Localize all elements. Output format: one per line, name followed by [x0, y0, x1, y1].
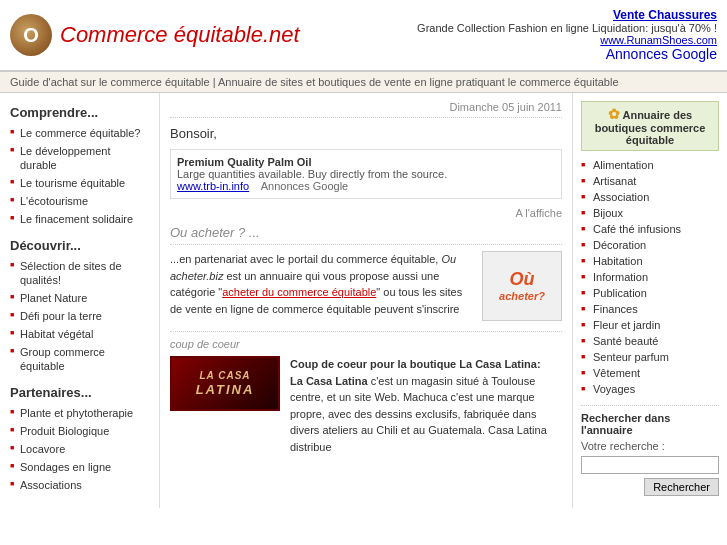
link-locavore[interactable]: Locavore [20, 443, 65, 455]
cat-information[interactable]: Information [593, 271, 648, 283]
link-sondages[interactable]: Sondages en ligne [20, 461, 111, 473]
search-input[interactable] [581, 456, 719, 474]
list-item[interactable]: Défi pour la terre [10, 307, 149, 325]
flower-icon: ✿ [608, 106, 620, 122]
search-title: Rechercher dans l'annuaire [581, 412, 719, 436]
cat-decoration[interactable]: Décoration [593, 239, 646, 251]
list-item[interactable]: Information [581, 269, 719, 285]
list-item[interactable]: Fleur et jardin [581, 317, 719, 333]
link-ecotourisme[interactable]: L'écotourisme [20, 195, 88, 207]
content-ad-desc: Large quantities available. Buy directly… [177, 168, 555, 180]
where-logo-text: Où acheter? [499, 269, 545, 304]
link-planet[interactable]: Planet Nature [20, 292, 87, 304]
content-ad-google: Annonces Google [261, 180, 348, 192]
list-item[interactable]: Planet Nature [10, 289, 149, 307]
cat-publication[interactable]: Publication [593, 287, 647, 299]
link-finacement[interactable]: Le finacement solidaire [20, 213, 133, 225]
link-commerce-equitable[interactable]: Le commerce équitable? [20, 127, 140, 139]
search-button[interactable]: Rechercher [644, 478, 719, 496]
where-text: ...en partenariat avec le portail du com… [170, 251, 472, 317]
link-group[interactable]: Group commerce équitable [20, 346, 105, 372]
logo-icon: O [10, 14, 52, 56]
where-logo: Où acheter? [482, 251, 562, 321]
list-item[interactable]: Le tourisme équitable [10, 174, 149, 192]
cat-voyages[interactable]: Voyages [593, 383, 635, 395]
cat-cafe[interactable]: Café thé infusions [593, 223, 681, 235]
casa-body: La Casa Latina c'est un magasin situé à … [290, 375, 547, 453]
ad-link[interactable]: www.RunamShoes.com [600, 34, 717, 46]
list-item[interactable]: Habitation [581, 253, 719, 269]
decouvrir-list: Sélection de sites de qualités! Planet N… [10, 257, 149, 375]
cat-association[interactable]: Association [593, 191, 649, 203]
link-selection[interactable]: Sélection de sites de qualités! [20, 260, 122, 286]
cat-artisanat[interactable]: Artisanat [593, 175, 636, 187]
cat-fleur[interactable]: Fleur et jardin [593, 319, 660, 331]
list-item[interactable]: Association [581, 189, 719, 205]
list-item[interactable]: Group commerce équitable [10, 343, 149, 375]
link-plante[interactable]: Plante et phytotherapie [20, 407, 133, 419]
list-item[interactable]: Le finacement solidaire [10, 210, 149, 228]
list-item[interactable]: Santé beauté [581, 333, 719, 349]
link-developpement[interactable]: Le développement durable [20, 145, 111, 171]
cat-sante[interactable]: Santé beauté [593, 335, 658, 347]
main-content: Dimanche 05 juin 2011 Bonsoir, Premium Q… [160, 93, 572, 508]
list-item[interactable]: Sondages en ligne [10, 458, 149, 476]
list-item[interactable]: Plante et phytotherapie [10, 404, 149, 422]
list-item[interactable]: Décoration [581, 237, 719, 253]
cat-vetement[interactable]: Vêtement [593, 367, 640, 379]
affiche-label: A l'affiche [170, 207, 562, 219]
list-item[interactable]: Bijoux [581, 205, 719, 221]
link-associations[interactable]: Associations [20, 479, 82, 491]
list-item[interactable]: Sélection de sites de qualités! [10, 257, 149, 289]
casa-banner: LA CASA LATINA [170, 356, 280, 411]
list-item[interactable]: Finances [581, 301, 719, 317]
cat-senteur[interactable]: Senteur parfum [593, 351, 669, 363]
content-ad-link[interactable]: www.trb-in.info [177, 180, 249, 192]
link-habitat[interactable]: Habitat végétal [20, 328, 93, 340]
where-section: Ou acheter ? ... ...en partenariat avec … [170, 225, 562, 321]
logo-area: O Commerce équitable.net [10, 14, 300, 56]
where-title: Ou acheter ? ... [170, 225, 562, 245]
section-title-partenaires: Partenaires... [10, 385, 149, 400]
list-item[interactable]: Café thé infusions [581, 221, 719, 237]
list-item[interactable]: Alimentation [581, 157, 719, 173]
categories-list: Alimentation Artisanat Association Bijou… [581, 157, 719, 397]
cat-finances[interactable]: Finances [593, 303, 638, 315]
left-sidebar: Comprendre... Le commerce équitable? Le … [0, 93, 160, 508]
cat-habitation[interactable]: Habitation [593, 255, 643, 267]
google-ads-label: Annonces Google [417, 46, 717, 62]
list-item[interactable]: Le développement durable [10, 142, 149, 174]
header: O Commerce équitable.net Vente Chaussure… [0, 0, 727, 71]
search-section: Rechercher dans l'annuaire Votre recherc… [581, 405, 719, 478]
list-item[interactable]: Le commerce équitable? [10, 124, 149, 142]
casa-banner-text: LA CASA LATINA [196, 369, 255, 399]
header-ad: Vente Chaussures Grande Collection Fashi… [417, 8, 717, 62]
list-item[interactable]: Publication [581, 285, 719, 301]
casa-text: Coup de coeur pour la boutique La Casa L… [290, 356, 562, 455]
comprendre-list: Le commerce équitable? Le développement … [10, 124, 149, 228]
cat-bijoux[interactable]: Bijoux [593, 207, 623, 219]
list-item[interactable]: Produit Biologique [10, 422, 149, 440]
ad-label-text: Annonces Google [606, 46, 717, 62]
casa-section: LA CASA LATINA Coup de coeur pour la bou… [170, 356, 562, 455]
list-item[interactable]: Artisanat [581, 173, 719, 189]
content-ad: Premium Quality Palm Oil Large quantitie… [170, 149, 562, 199]
list-item[interactable]: Vêtement [581, 365, 719, 381]
coup-label: coup de coeur [170, 331, 562, 350]
right-sidebar-title: ✿ Annuaire des boutiques commerce équita… [581, 101, 719, 151]
link-produit[interactable]: Produit Biologique [20, 425, 109, 437]
list-item[interactable]: Associations [10, 476, 149, 494]
main-layout: Comprendre... Le commerce équitable? Le … [0, 93, 727, 508]
cat-alimentation[interactable]: Alimentation [593, 159, 654, 171]
list-item[interactable]: Senteur parfum [581, 349, 719, 365]
link-tourisme[interactable]: Le tourisme équitable [20, 177, 125, 189]
navbar: Guide d'achat sur le commerce équitable … [0, 71, 727, 93]
list-item[interactable]: Voyages [581, 381, 719, 397]
link-defi[interactable]: Défi pour la terre [20, 310, 102, 322]
navbar-text: Guide d'achat sur le commerce équitable … [10, 76, 619, 88]
list-item[interactable]: L'écotourisme [10, 192, 149, 210]
list-item[interactable]: Habitat végétal [10, 325, 149, 343]
list-item[interactable]: Locavore [10, 440, 149, 458]
site-name: Commerce équitable [60, 22, 263, 47]
where-link[interactable]: acheter du commerce équitable [222, 286, 376, 298]
